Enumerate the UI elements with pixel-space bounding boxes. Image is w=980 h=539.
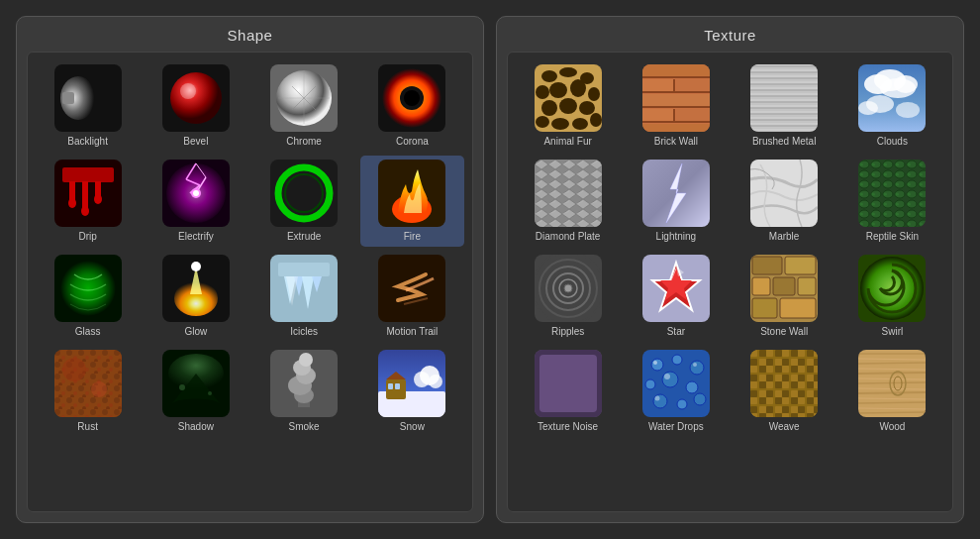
item-rust[interactable]: Rust — [36, 346, 140, 437]
svg-rect-177 — [785, 257, 816, 274]
svg-line-222 — [858, 412, 926, 413]
item-swirl[interactable]: Swirl — [840, 251, 944, 342]
texture-panel-title: Texture — [507, 27, 953, 44]
item-star[interactable]: Star — [624, 251, 728, 342]
svg-point-58 — [91, 381, 107, 397]
icon-bevel — [162, 64, 230, 132]
item-corona[interactable]: Corona — [360, 60, 464, 152]
svg-point-197 — [686, 381, 698, 393]
item-smoke[interactable]: Smoke — [252, 346, 356, 437]
svg-rect-44 — [278, 263, 330, 276]
svg-line-220 — [858, 402, 926, 403]
item-snow[interactable]: Snow — [360, 346, 464, 437]
item-texturenoise[interactable]: Texture Noise — [516, 346, 620, 437]
svg-point-194 — [645, 379, 655, 389]
label-weave: Weave — [769, 421, 800, 433]
icon-swirl — [858, 255, 926, 322]
label-backlight: Backlight — [67, 136, 108, 148]
svg-point-200 — [677, 399, 687, 409]
item-marble[interactable]: Marble — [733, 156, 836, 247]
svg-point-69 — [299, 353, 313, 367]
icon-wood — [858, 350, 926, 417]
item-brushedmetal[interactable]: Brushed Metal — [733, 60, 836, 152]
label-icicles: Icicles — [290, 326, 318, 338]
item-backlight[interactable]: Backlight — [36, 60, 140, 152]
item-diamondplate[interactable]: Diamond Plate — [516, 156, 620, 247]
icon-texturenoise — [535, 350, 602, 417]
item-lightning[interactable]: Lightning — [624, 156, 728, 247]
icon-reptileskin — [858, 160, 926, 227]
item-glass[interactable]: Glass — [36, 251, 140, 342]
label-drip: Drip — [78, 231, 96, 243]
item-fire[interactable]: Fire — [360, 156, 464, 247]
icon-motiontrail — [378, 255, 445, 322]
svg-point-77 — [414, 372, 430, 387]
svg-rect-20 — [82, 181, 88, 209]
svg-point-193 — [693, 363, 697, 367]
svg-point-164 — [564, 284, 572, 292]
item-clouds[interactable]: Clouds — [840, 60, 944, 152]
label-texturenoise: Texture Noise — [538, 421, 598, 433]
svg-line-212 — [858, 363, 926, 364]
item-extrude[interactable]: Extrude — [252, 156, 356, 247]
label-clouds: Clouds — [877, 136, 908, 148]
svg-point-196 — [664, 374, 670, 379]
shape-panel-title: Shape — [27, 27, 473, 44]
item-waterdrops[interactable]: Water Drops — [624, 346, 728, 437]
icon-diamondplate — [535, 160, 602, 227]
item-weave[interactable]: Weave — [733, 346, 836, 437]
svg-rect-101 — [642, 94, 710, 107]
svg-point-91 — [551, 118, 569, 130]
svg-rect-2 — [62, 92, 74, 104]
item-glow[interactable]: Glow — [144, 251, 247, 342]
icon-smoke — [270, 350, 338, 417]
svg-rect-178 — [752, 277, 770, 295]
icon-corona — [378, 64, 445, 132]
item-electrify[interactable]: Electrify — [144, 156, 247, 247]
icon-brickwall — [642, 64, 710, 132]
label-snow: Snow — [400, 421, 425, 433]
label-lightning: Lightning — [656, 231, 697, 243]
svg-point-4 — [170, 72, 222, 124]
svg-point-57 — [62, 358, 86, 381]
svg-rect-97 — [642, 79, 673, 92]
svg-point-19 — [68, 198, 76, 208]
icon-glow — [162, 255, 230, 322]
label-electrify: Electrify — [178, 231, 214, 243]
svg-point-81 — [559, 67, 577, 77]
item-animalfur[interactable]: Animal Fur — [516, 60, 620, 152]
svg-rect-176 — [752, 257, 782, 274]
shape-grid: Backlight Bevel Chrome Corona Drip — [36, 60, 464, 437]
label-waterdrops: Water Drops — [648, 421, 704, 433]
item-motiontrail[interactable]: Motion Trail — [360, 251, 464, 342]
item-stonewall[interactable]: Stone Wall — [733, 251, 836, 342]
svg-rect-187 — [539, 355, 597, 412]
item-ripples[interactable]: Ripples — [516, 251, 620, 342]
item-icicles[interactable]: Icicles — [252, 251, 356, 342]
item-brickwall[interactable]: Brick Wall — [624, 60, 728, 152]
label-rust: Rust — [77, 421, 98, 433]
label-stonewall: Stone Wall — [760, 326, 808, 338]
icon-drip — [54, 160, 122, 227]
svg-point-199 — [654, 396, 659, 401]
item-drip[interactable]: Drip — [36, 156, 140, 247]
label-wood: Wood — [879, 421, 905, 433]
label-diamondplate: Diamond Plate — [536, 231, 601, 243]
item-chrome[interactable]: Chrome — [252, 60, 356, 152]
item-reptileskin[interactable]: Reptile Skin — [840, 156, 944, 247]
svg-rect-17 — [62, 167, 114, 182]
label-smoke: Smoke — [289, 421, 320, 433]
svg-point-195 — [662, 372, 678, 387]
svg-point-92 — [572, 118, 588, 130]
icon-snow — [378, 350, 445, 417]
icon-extrude — [270, 160, 338, 227]
svg-point-89 — [579, 101, 595, 115]
label-star: Star — [667, 326, 685, 338]
item-shadow[interactable]: Shadow — [144, 346, 247, 437]
item-wood[interactable]: Wood — [840, 346, 944, 437]
label-swirl: Swirl — [882, 326, 904, 338]
item-bevel[interactable]: Bevel — [144, 60, 247, 152]
svg-point-150 — [896, 102, 920, 118]
texture-grid: Animal Fur Brick Wall Brushed Metal Clou… — [516, 60, 944, 437]
svg-point-61 — [179, 384, 185, 390]
